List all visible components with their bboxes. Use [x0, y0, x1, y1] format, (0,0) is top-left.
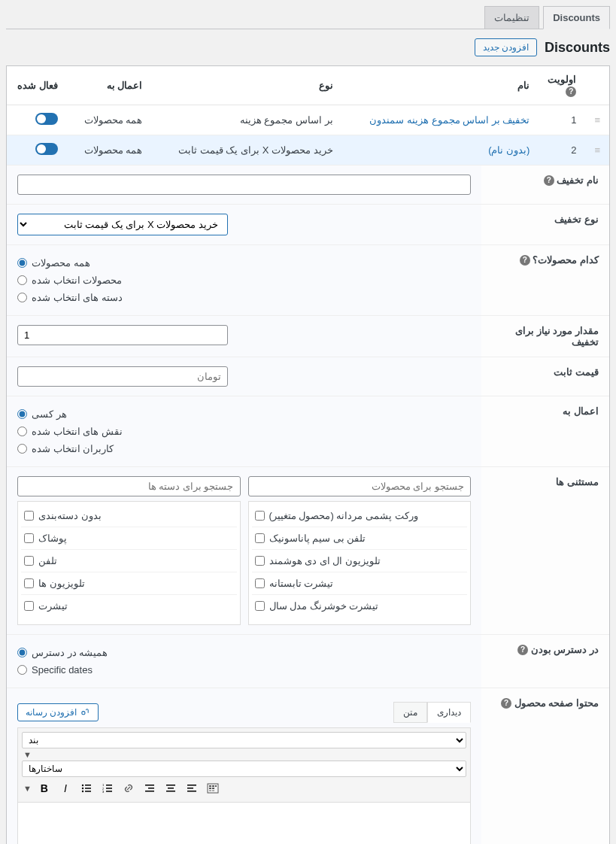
- svg-rect-16: [166, 785, 175, 786]
- svg-point-5: [82, 790, 83, 791]
- products-selected-radio[interactable]: [17, 275, 27, 285]
- label-required-amount: مقدار مورد نیاز برای تخفیف: [481, 315, 609, 357]
- bold-icon[interactable]: B: [35, 779, 54, 798]
- structures-select[interactable]: ساختارها: [22, 761, 466, 777]
- col-apply: اعمال به: [67, 66, 151, 105]
- add-new-button[interactable]: افزودن جدید: [475, 38, 537, 56]
- help-icon[interactable]: ?: [566, 87, 576, 97]
- discount-link[interactable]: (بدون نام): [342, 135, 539, 165]
- link-icon[interactable]: [119, 779, 138, 798]
- list-item: تیشرت: [21, 595, 237, 617]
- svg-rect-29: [212, 790, 214, 791]
- nav-tabs: Discounts تنظیمات: [6, 6, 610, 29]
- list-item: تیشرت تابستانه: [252, 572, 468, 595]
- product-checkbox[interactable]: [255, 578, 265, 588]
- discount-link[interactable]: تخفیف بر اساس مجموع هزینه سمندون: [342, 105, 539, 135]
- paragraph-select[interactable]: بند: [22, 732, 466, 748]
- drag-handle-icon[interactable]: ≡: [585, 105, 609, 135]
- editor-content[interactable]: [17, 803, 471, 844]
- product-checkbox[interactable]: [255, 533, 265, 543]
- svg-rect-13: [145, 785, 154, 786]
- apply-users-radio[interactable]: [17, 444, 27, 454]
- product-checkbox[interactable]: [255, 556, 265, 566]
- svg-rect-21: [187, 791, 196, 792]
- tab-discounts[interactable]: Discounts: [543, 6, 610, 29]
- bullet-list-icon[interactable]: [77, 779, 96, 798]
- list-item: بدون دسته‌بندی: [21, 505, 237, 527]
- svg-rect-12: [106, 791, 112, 792]
- svg-rect-24: [212, 785, 214, 787]
- col-enabled: فعال شده: [7, 66, 67, 105]
- category-checkbox[interactable]: [24, 556, 34, 566]
- svg-rect-23: [209, 785, 211, 787]
- category-checkbox[interactable]: [24, 533, 34, 543]
- align-left-icon[interactable]: [182, 779, 202, 798]
- svg-rect-15: [145, 791, 154, 792]
- discounts-table: اولویت ? نام نوع اعمال به فعال شده ≡ 1 ت…: [7, 66, 609, 165]
- help-icon[interactable]: ?: [501, 698, 511, 709]
- svg-point-3: [82, 787, 83, 788]
- editor-visual-tab[interactable]: دیداری: [427, 702, 471, 723]
- svg-rect-19: [187, 785, 196, 786]
- discount-type-select[interactable]: خرید محصولات X برای یک قیمت ثابت: [17, 214, 228, 235]
- list-item: تیشرت خوشرنگ مدل سال: [252, 595, 468, 617]
- label-availability: در دسترس بودن ?: [481, 634, 609, 688]
- avail-always-radio[interactable]: [17, 648, 27, 657]
- category-checkbox[interactable]: [24, 601, 34, 611]
- toolbar-toggle-icon[interactable]: [203, 779, 223, 798]
- svg-rect-8: [106, 785, 112, 786]
- apply-roles-radio[interactable]: [17, 427, 27, 436]
- category-checkbox[interactable]: [24, 511, 34, 521]
- list-item: تلفن: [21, 550, 237, 572]
- svg-point-1: [82, 784, 83, 785]
- label-which-products: کدام محصولات؟ ?: [481, 244, 609, 315]
- products-all-radio[interactable]: [17, 258, 27, 268]
- products-categories-radio[interactable]: [17, 293, 27, 302]
- category-checkbox[interactable]: [24, 578, 34, 588]
- drag-handle-icon[interactable]: ≡: [585, 135, 609, 165]
- svg-rect-28: [209, 790, 211, 791]
- tab-settings[interactable]: تنظیمات: [484, 6, 539, 29]
- product-checkbox[interactable]: [255, 511, 265, 521]
- label-exclusions: مستثنی ها: [481, 466, 609, 634]
- editor-toolbar: بند ▼ ساختارها ▼ B I 123: [17, 727, 471, 803]
- number-list-icon[interactable]: 123: [98, 779, 117, 798]
- label-product-content: محتوا صفحه محصول ?: [481, 688, 609, 844]
- enable-toggle[interactable]: [35, 143, 58, 155]
- products-list[interactable]: ورکت پشمی مردانه (محصول متغییر) تلفن بی …: [248, 501, 472, 625]
- label-discount-type: نوع تخفیف: [481, 204, 609, 244]
- table-row: ≡ 2 (بدون نام) خرید محصولات X برای یک قی…: [7, 135, 609, 165]
- align-right-icon[interactable]: [140, 779, 159, 798]
- editor-text-tab[interactable]: متن: [393, 702, 427, 723]
- svg-text:3: 3: [102, 790, 105, 794]
- categories-list[interactable]: بدون دسته‌بندی پوشاک تلفن تلویزیون ها تی…: [17, 501, 241, 625]
- label-discount-name: نام تخفیف ?: [481, 165, 609, 204]
- product-checkbox[interactable]: [255, 601, 265, 611]
- avail-dates-radio[interactable]: [17, 665, 27, 675]
- list-item: تلویزیون ال ای دی هوشمند: [252, 550, 468, 572]
- required-amount-input[interactable]: [17, 325, 228, 345]
- help-icon[interactable]: ?: [544, 175, 554, 186]
- table-row: ≡ 1 تخفیف بر اساس مجموع هزینه سمندون بر …: [7, 105, 609, 135]
- svg-rect-2: [85, 785, 91, 786]
- svg-rect-17: [168, 788, 174, 789]
- search-products-input[interactable]: [248, 476, 472, 496]
- svg-rect-4: [85, 788, 91, 789]
- list-item: تلفن بی سیم پاناسونیک: [252, 527, 468, 550]
- svg-rect-26: [209, 788, 211, 789]
- enable-toggle[interactable]: [35, 113, 58, 125]
- fixed-price-input[interactable]: [17, 366, 228, 387]
- list-item: تلویزیون ها: [21, 572, 237, 595]
- add-media-button[interactable]: افزودن رسانه: [17, 703, 99, 721]
- svg-rect-10: [106, 788, 112, 789]
- col-type: نوع: [151, 66, 341, 105]
- svg-rect-14: [148, 788, 154, 789]
- search-categories-input[interactable]: [17, 476, 241, 496]
- align-center-icon[interactable]: [161, 779, 181, 798]
- help-icon[interactable]: ?: [520, 255, 530, 266]
- help-icon[interactable]: ?: [517, 645, 528, 655]
- svg-rect-18: [166, 791, 175, 792]
- italic-icon[interactable]: I: [56, 779, 75, 798]
- discount-name-input[interactable]: [17, 175, 471, 195]
- apply-everyone-radio[interactable]: [17, 409, 27, 419]
